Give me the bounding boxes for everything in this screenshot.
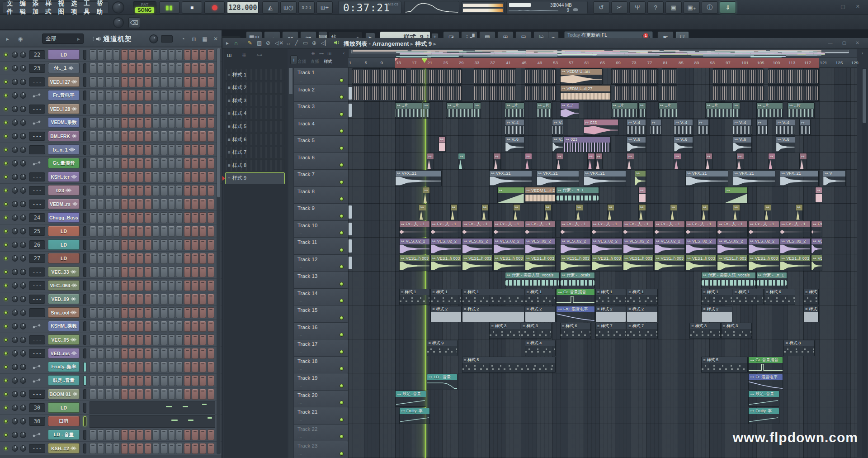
step-cell[interactable] bbox=[184, 131, 191, 142]
track-header[interactable]: Track 22⋯ bbox=[294, 425, 348, 442]
pattern-item[interactable]: ≡样式 8 bbox=[225, 159, 285, 171]
step-cell[interactable] bbox=[184, 443, 191, 454]
step-cell[interactable] bbox=[176, 348, 183, 359]
step-cell[interactable] bbox=[145, 144, 151, 155]
step-cell[interactable] bbox=[199, 76, 206, 87]
playlist-scrollbar[interactable] bbox=[862, 68, 867, 458]
step-cell[interactable] bbox=[90, 212, 96, 223]
step-cell[interactable] bbox=[145, 185, 151, 196]
channel-button[interactable]: LD bbox=[48, 226, 80, 236]
audio-clip[interactable]: ↦V..4 bbox=[627, 119, 646, 135]
channel-button[interactable]: fx..n, 1 bbox=[48, 144, 80, 155]
audio-clip[interactable]: ↦ bbox=[736, 153, 744, 169]
pattern-clip[interactable]: ≡样式 8 bbox=[783, 340, 814, 356]
step-cell[interactable] bbox=[176, 294, 183, 305]
track-header[interactable]: Track 23⋯ bbox=[294, 441, 348, 458]
channel-volume-knob[interactable] bbox=[20, 337, 26, 343]
audio-clip[interactable]: ↦..片 bbox=[537, 102, 552, 119]
step-cell[interactable] bbox=[168, 429, 175, 440]
channel-mute-led[interactable] bbox=[4, 420, 8, 423]
channel-pan-knob[interactable] bbox=[12, 269, 18, 275]
audio-clip[interactable]: ↦ bbox=[725, 187, 748, 203]
channel-target-display[interactable]: --- bbox=[29, 308, 45, 317]
track-mute-led[interactable] bbox=[340, 248, 344, 252]
step-cell[interactable] bbox=[97, 117, 104, 128]
track-mute-led[interactable] bbox=[340, 95, 344, 99]
slip-tool-icon[interactable]: ↔ bbox=[286, 40, 291, 46]
countdown-icon[interactable]: 3·2·1 bbox=[298, 1, 315, 14]
audio-clip[interactable]: ↦ bbox=[419, 204, 426, 220]
audio-clip[interactable] bbox=[611, 68, 658, 85]
step-cell[interactable] bbox=[192, 63, 198, 74]
channel-target-display[interactable]: 23 bbox=[29, 64, 45, 73]
step-cell[interactable] bbox=[113, 294, 120, 305]
step-cell[interactable] bbox=[113, 389, 120, 400]
pattern-item[interactable]: ≡样式 3 bbox=[225, 95, 285, 106]
audio-clip[interactable]: ↦V..4 bbox=[505, 119, 524, 135]
channel-select-strip[interactable] bbox=[83, 281, 86, 291]
track-header[interactable]: Track 1⋯ bbox=[294, 68, 348, 85]
channel-pan-knob[interactable] bbox=[12, 133, 18, 139]
audio-clip[interactable]: ↦付豪 - 需要人陪_vocals bbox=[505, 272, 560, 288]
channel-pan-knob[interactable] bbox=[12, 242, 18, 248]
step-cell[interactable] bbox=[160, 144, 167, 155]
audio-clip[interactable]: ↦VES..02_2 bbox=[493, 238, 524, 254]
step-cell[interactable] bbox=[199, 63, 206, 74]
step-cell[interactable] bbox=[145, 131, 151, 142]
channel-volume-knob[interactable] bbox=[20, 147, 26, 153]
step-cell[interactable] bbox=[129, 362, 136, 372]
step-cell[interactable] bbox=[208, 104, 214, 114]
channel-volume-knob[interactable] bbox=[20, 160, 26, 167]
audio-clip[interactable]: ↦ bbox=[638, 204, 646, 220]
channel-mute-led[interactable] bbox=[4, 121, 8, 124]
step-cell[interactable] bbox=[113, 117, 120, 128]
audio-clip[interactable]: ↦付豪 - 需要人陪_vocals bbox=[701, 272, 756, 288]
audio-clip[interactable]: ↦VES1..h 003 bbox=[780, 255, 811, 271]
step-cell[interactable] bbox=[152, 212, 159, 223]
channel-pan-knob[interactable] bbox=[12, 391, 18, 397]
channel-button[interactable]: LD - 音量 bbox=[48, 429, 80, 440]
channel-mute-led[interactable] bbox=[4, 338, 8, 342]
channel-select-strip[interactable] bbox=[83, 321, 86, 331]
step-cell[interactable] bbox=[199, 307, 206, 318]
pattern-clip[interactable]: ≡样式 1 bbox=[430, 289, 461, 305]
step-cell[interactable] bbox=[105, 226, 112, 237]
step-cell[interactable] bbox=[145, 443, 151, 454]
channel-volume-knob[interactable] bbox=[20, 228, 26, 234]
step-cell[interactable] bbox=[184, 212, 191, 223]
channel-mute-led[interactable] bbox=[4, 447, 8, 450]
menu-item-7[interactable]: 帮助 bbox=[97, 0, 104, 16]
step-cell[interactable] bbox=[129, 117, 136, 128]
step-cell[interactable] bbox=[192, 226, 198, 237]
step-cell[interactable] bbox=[97, 226, 104, 237]
step-cell[interactable] bbox=[90, 307, 96, 318]
channel-button[interactable]: Fruity..频率 bbox=[48, 362, 80, 372]
step-cell[interactable] bbox=[145, 280, 151, 291]
shuttle-jog-wheel[interactable] bbox=[112, 1, 124, 14]
step-cell[interactable] bbox=[199, 321, 206, 332]
step-cell[interactable] bbox=[160, 429, 167, 440]
audio-clip[interactable]: ↦ bbox=[768, 153, 775, 169]
step-cell[interactable] bbox=[105, 348, 112, 359]
step-cell[interactable] bbox=[199, 294, 206, 305]
step-cell[interactable] bbox=[137, 158, 143, 169]
step-cell[interactable] bbox=[105, 294, 112, 305]
automation-clip[interactable]: ⊶Fr..混音电平 bbox=[748, 374, 783, 390]
channel-piano-preview[interactable] bbox=[90, 401, 215, 414]
track-mute-led[interactable] bbox=[340, 384, 344, 388]
step-cell[interactable] bbox=[168, 253, 175, 264]
step-cell[interactable] bbox=[176, 280, 183, 291]
step-cell[interactable] bbox=[105, 443, 112, 454]
step-cell[interactable] bbox=[137, 226, 143, 237]
loop-record-icon[interactable]: ш+ bbox=[316, 1, 333, 14]
picker-automation-tab-icon[interactable]: ⊶ bbox=[256, 52, 262, 58]
step-cell[interactable] bbox=[90, 76, 96, 87]
audio-clip[interactable]: ↦VES1..h 003 bbox=[525, 255, 556, 271]
step-cell[interactable] bbox=[184, 267, 191, 277]
audio-clip[interactable]: ↦V..6 bbox=[776, 136, 795, 153]
audio-clip[interactable]: ↦VEDM U..ars bbox=[560, 68, 603, 85]
step-cell[interactable] bbox=[105, 185, 112, 196]
swing-knob[interactable] bbox=[149, 34, 158, 43]
step-cell[interactable] bbox=[152, 172, 159, 182]
step-cell[interactable] bbox=[137, 90, 143, 101]
